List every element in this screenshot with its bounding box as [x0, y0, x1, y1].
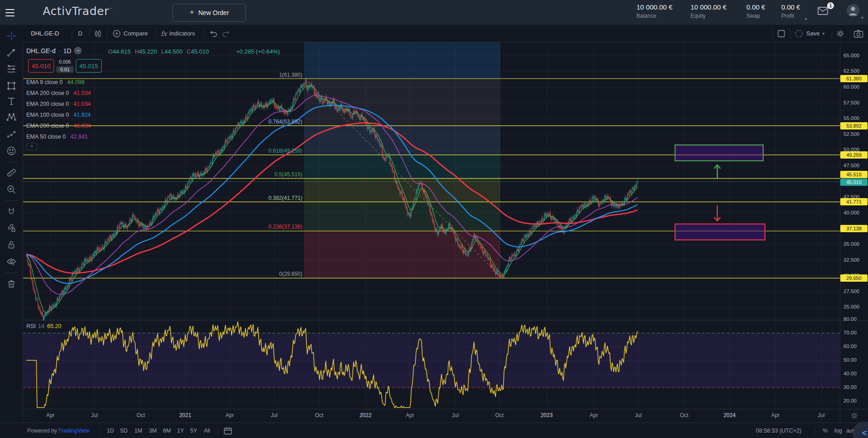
range-5Y[interactable]: 5Y	[190, 423, 197, 438]
goto-date-icon[interactable]	[223, 427, 232, 438]
time-label: 2022	[360, 412, 372, 418]
account-stat-equity: 10 000.00 €Equity	[690, 4, 726, 19]
indicator-row[interactable]: EMA 200 close 041.034	[26, 90, 91, 97]
timeframe-select[interactable]: D	[78, 25, 82, 42]
collapse-symbol-icon[interactable]: −	[74, 47, 82, 55]
plus-icon: +	[190, 8, 194, 17]
indicator-row[interactable]: EMA 200 close 041.034	[26, 100, 91, 108]
account-stat-balance: 10 000.00 €Balance	[636, 4, 672, 19]
fib-level-label: 0.382(41.771)	[225, 195, 302, 201]
price-badge: 41.771	[840, 198, 868, 205]
time-label: Jul	[271, 412, 277, 418]
tool-lock-all-icon[interactable]	[6, 239, 17, 250]
drawing-toolbar	[0, 42, 23, 423]
tool-zoom-in-icon[interactable]	[6, 184, 17, 195]
stat-label: Balance	[636, 13, 672, 19]
price-chart-canvas[interactable]	[0, 0, 868, 438]
price-tick: 35.000	[843, 241, 859, 247]
sell-button[interactable]: 45.010	[28, 59, 54, 73]
indicator-row[interactable]: EMA 100 close 041.924	[26, 111, 91, 119]
chart-style-icon[interactable]	[94, 29, 103, 46]
spread-value: 0.005	[56, 59, 74, 65]
indicators-button[interactable]: fx Indicators	[161, 25, 195, 42]
account-stat-swap: 0.00 €Swap	[746, 4, 765, 19]
profit-caret-icon[interactable]: ▾	[805, 17, 807, 21]
percent-scale-toggle[interactable]: %	[823, 423, 828, 438]
range-5D[interactable]: 5D	[120, 423, 128, 438]
app-logo: ActivTrader™	[43, 5, 113, 18]
multichart-layout-icon[interactable]	[777, 30, 785, 46]
toolbar-separator	[5, 162, 18, 162]
time-label: Jul	[635, 412, 641, 418]
tool-text-icon[interactable]	[6, 96, 17, 107]
buy-button[interactable]: 45.015	[76, 59, 102, 73]
undo-icon[interactable]	[209, 30, 218, 46]
tool-trend-line-icon[interactable]	[6, 47, 17, 58]
tool-emoji-icon[interactable]	[6, 145, 17, 156]
compare-button[interactable]: Compare	[113, 25, 148, 42]
tool-remove-drawings-icon[interactable]	[6, 279, 17, 289]
quote-widget: 45.010 0.005 0.01 45.015	[28, 59, 102, 73]
new-order-button[interactable]: + New Order	[173, 4, 246, 22]
redo-icon[interactable]	[222, 30, 231, 46]
tool-drawing-lock-icon[interactable]	[6, 223, 17, 234]
range-6M[interactable]: 6M	[163, 423, 171, 438]
chart-toolbar: DHL.GE-D D Compare fx Indicators Save ▾	[0, 25, 868, 42]
range-All[interactable]: All	[204, 423, 210, 438]
time-label: Apr	[226, 412, 234, 418]
rsi-legend[interactable]: RSI1465.20	[26, 323, 61, 329]
bottom-bar: Powered by TradingView 1D5D1M3M6M1Y5YAll…	[0, 423, 868, 438]
time-label: Oct	[680, 412, 689, 418]
time-label: Apr	[46, 412, 55, 418]
range-1Y[interactable]: 1Y	[177, 423, 184, 438]
tool-shapes-icon[interactable]	[6, 80, 17, 91]
legend-collapse-button[interactable]: ∧	[26, 143, 37, 150]
account-stat-profit: 0.00 €Profit▾	[781, 4, 800, 19]
time-axis[interactable]: AprJulOct2021AprJulOct2022AprJulOct2023A…	[0, 409, 868, 423]
log-scale-toggle[interactable]: log	[834, 423, 842, 438]
powered-by-label: Powered by	[27, 423, 57, 438]
rsi-tick: 20.00	[843, 398, 857, 403]
fib-level-label: 1(61.380)	[225, 72, 302, 78]
chart-legend-title[interactable]: DHL.GE-d·1D −	[26, 47, 82, 55]
range-3M[interactable]: 3M	[149, 423, 157, 438]
tool-hide-drawings-icon[interactable]	[6, 256, 17, 267]
cloud-save-icon	[794, 29, 804, 38]
tool-magnet-icon[interactable]	[6, 206, 17, 217]
lot-size[interactable]: 0.01	[56, 66, 74, 73]
tool-xabcd-pattern-icon[interactable]	[6, 112, 17, 123]
indicator-row[interactable]: EMA 9 close 044.098	[26, 79, 84, 86]
fib-level-label: 0.5(45.515)	[225, 171, 302, 178]
price-tick: 55.000	[843, 115, 859, 121]
menu-icon[interactable]	[5, 7, 15, 18]
tool-measure-ruler-icon[interactable]	[6, 167, 17, 178]
settings-gear-icon[interactable]	[836, 29, 845, 46]
range-1M[interactable]: 1M	[134, 423, 142, 438]
fib-level-label: 0.764(53.892)	[225, 119, 302, 125]
ohlc-item: C45.010	[187, 48, 209, 55]
price-tick: 60.000	[843, 84, 859, 90]
tool-forecast-icon[interactable]	[6, 129, 17, 139]
avatar[interactable]	[846, 4, 860, 17]
toolbar-separator	[5, 200, 18, 201]
tradingview-link[interactable]: TradingView	[58, 423, 89, 438]
stat-value: 10 000.00 €	[636, 4, 672, 10]
ohlc-item: O44.615	[108, 48, 131, 55]
indicator-row[interactable]: EMA 200 close 041.034	[26, 122, 91, 129]
account-caret-icon[interactable]: ▾	[861, 15, 863, 20]
time-label: 2023	[541, 412, 553, 418]
symbol-search[interactable]: DHL.GE-D	[31, 25, 59, 42]
session-sun-icon[interactable]	[850, 411, 859, 420]
range-1D[interactable]: 1D	[107, 423, 114, 438]
trademark: ™	[109, 7, 113, 12]
fib-level-label: 0(29.650)	[225, 271, 302, 277]
tool-crosshair-icon[interactable]	[6, 30, 17, 41]
save-caret-icon: ▾	[823, 31, 825, 36]
save-layout-button[interactable]: Save ▾	[794, 25, 824, 42]
time-label: Apr	[590, 412, 598, 418]
tool-fib-retracement-icon[interactable]	[6, 64, 17, 75]
clock[interactable]: 08:58:33 (UTC+2)	[756, 423, 801, 438]
indicator-row[interactable]: EMA 50 close 042.841	[26, 133, 88, 140]
snapshot-camera-icon[interactable]	[853, 30, 863, 46]
time-label: Oct	[315, 412, 324, 418]
